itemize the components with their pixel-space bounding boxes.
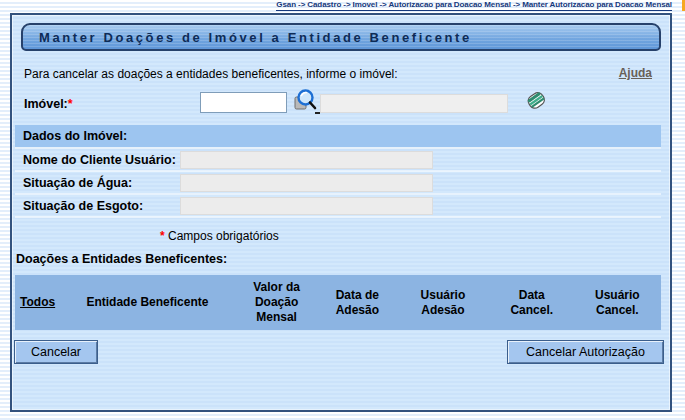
breadcrumb-bar: Gsan -> Cadastro -> Imovel -> Autorizaca… <box>0 0 685 12</box>
column-valor-doacao: Valor da Doação Mensal <box>235 275 319 330</box>
row-nome-cliente: Nome do Cliente Usuário: <box>15 149 661 172</box>
instruction-text: Para cancelar as doações a entidades ben… <box>24 67 398 81</box>
page-title-bar: Manter Doações de Imóvel a Entidade Bene… <box>21 23 661 51</box>
eraser-icon[interactable] <box>523 87 549 113</box>
situacao-agua-label: Situação de Água: <box>23 176 132 190</box>
main-panel: Manter Doações de Imóvel a Entidade Bene… <box>10 13 672 412</box>
column-data-cancel-label: Data Cancel. <box>509 288 555 318</box>
required-note-text: Campos obrigatórios <box>165 229 279 243</box>
dados-imovel-section: Dados do Imóvel: Nome do Cliente Usuário… <box>15 125 661 218</box>
situacao-esgoto-field <box>180 197 433 215</box>
column-usuario-cancel-label: Usuário Cancel. <box>590 288 644 318</box>
help-link[interactable]: Ajuda <box>619 66 652 80</box>
column-data-adesao: Data de Adesão <box>319 275 397 330</box>
breadcrumb[interactable]: Gsan -> Cadastro -> Imovel -> Autorizaca… <box>276 0 672 11</box>
column-usuario-adesao-label: Usuário Adesão <box>416 288 470 318</box>
situacao-esgoto-label: Situação de Esgoto: <box>23 199 143 213</box>
row-situacao-agua: Situação de Água: <box>15 172 661 195</box>
row-situacao-esgoto: Situação de Esgoto: <box>15 195 661 218</box>
nome-cliente-field <box>180 151 433 169</box>
cancel-button[interactable]: Cancelar <box>14 340 98 364</box>
donations-table-header: Todos Entidade Beneficente Valor da Doaç… <box>15 275 661 330</box>
situacao-agua-field <box>180 174 433 192</box>
column-todos[interactable]: Todos <box>15 275 60 330</box>
column-entidade-label: Entidade Beneficente <box>86 295 208 310</box>
column-valor-label: Valor da Doação Mensal <box>249 280 305 325</box>
search-icon[interactable] <box>293 88 317 113</box>
column-usuario-cancel: Usuário Cancel. <box>574 275 661 330</box>
cancel-authorization-button[interactable]: Cancelar Autorização <box>507 340 664 364</box>
page-title: Manter Doações de Imóvel a Entidade Bene… <box>39 30 472 45</box>
column-data-cancel: Data Cancel. <box>490 275 574 330</box>
required-asterisk: * <box>68 97 73 111</box>
column-usuario-adesao: Usuário Adesão <box>396 275 490 330</box>
column-entidade-beneficente: Entidade Beneficente <box>60 275 234 330</box>
gsan-page: { "breadcrumb": "Gsan -> Cadastro -> Imo… <box>0 0 685 420</box>
imovel-label: Imóvel:* <box>24 97 73 111</box>
donations-section-label: Doações a Entidades Beneficentes: <box>16 252 227 266</box>
required-fields-note: * Campos obrigatórios <box>160 229 279 243</box>
column-data-adesao-label: Data de Adesão <box>330 288 384 318</box>
imovel-input[interactable] <box>200 92 287 113</box>
dados-imovel-header: Dados do Imóvel: <box>15 125 661 149</box>
nome-cliente-label: Nome do Cliente Usuário: <box>23 153 176 167</box>
todos-link[interactable]: Todos <box>20 295 55 310</box>
imovel-description-field <box>320 94 508 113</box>
imovel-label-text: Imóvel: <box>24 97 68 111</box>
